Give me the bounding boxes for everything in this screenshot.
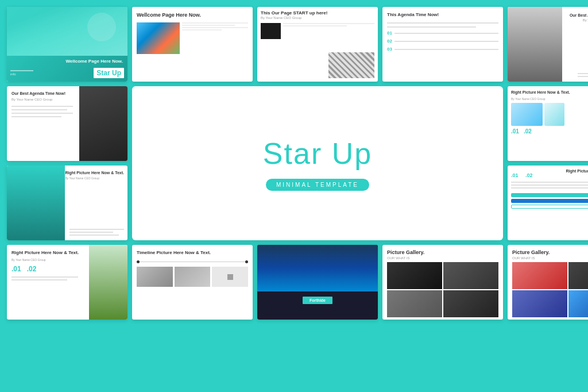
- slide-9[interactable]: .01 .02 Right Picture Here Now & Text.: [508, 166, 588, 240]
- slide-13[interactable]: Picture Gallery. OUR WHAT IS: [382, 245, 503, 320]
- slide13-title: Picture Gallery.: [387, 249, 498, 255]
- gallery2-photo-3: [512, 290, 567, 317]
- slide-4[interactable]: This Agenda Time Now! 01 02 03: [382, 7, 503, 82]
- slide-12[interactable]: Forthide: [257, 245, 378, 320]
- slide-5[interactable]: Our Best Agenda Time Now! By Your Name C…: [508, 7, 588, 82]
- slide9-num2: .02: [525, 172, 533, 178]
- slide-6[interactable]: Our Best Agenda Time Now! By Your Name C…: [7, 86, 127, 161]
- slide-11[interactable]: Timeline Picture Here Now & Text.: [132, 245, 253, 320]
- slide5-title: Our Best Agenda Time Now!: [570, 13, 588, 18]
- main-container: Wellcome Page Here Now. info Star Up Wel…: [0, 0, 588, 392]
- slide4-title: This Agenda Time Now!: [387, 11, 498, 18]
- slide-2[interactable]: Wellcome Page Here Now.: [132, 7, 253, 82]
- slide6-title: Our Best Agenda Time Now!: [11, 91, 123, 97]
- slide1-title: Wellcome Page Here Now.: [65, 59, 123, 64]
- gallery2-photo-2: [568, 262, 588, 289]
- slide-3[interactable]: This Our Page START up here! By Your Nam…: [257, 7, 378, 82]
- slide7-num1: .01: [511, 128, 519, 134]
- slide9-num1: .01: [511, 172, 519, 178]
- slide6-subtitle: By Your Name CEO Group: [11, 98, 123, 101]
- slide14-title: Picture Gallery.: [512, 249, 588, 255]
- slide10-num2: .02: [27, 265, 37, 273]
- gallery-photo-1: [387, 262, 442, 289]
- slide-14[interactable]: Picture Gallery. OUR WHAT IS: [508, 245, 588, 320]
- slide3-title: This Our Page START up here!: [261, 10, 374, 16]
- slide13-subtitle: OUR WHAT IS: [387, 256, 498, 260]
- slide9-title: Right Picture Here Now & Text.: [566, 169, 588, 179]
- slides-grid: Wellcome Page Here Now. info Star Up Wel…: [7, 7, 581, 385]
- slide2-title: Wellcome Page Here Now.: [137, 11, 248, 19]
- hero-title: Star Up: [263, 136, 372, 171]
- hero-subtitle: MINIMAL TEMPLATE: [266, 179, 369, 191]
- slide-8[interactable]: Right Picture Here Now & Text. By Your N…: [7, 166, 127, 240]
- slide8-title: Right Picture Here Now & Text.: [65, 170, 124, 175]
- gallery-photo-4: [443, 290, 498, 317]
- slide3-subtitle: By Your Name CEO Group: [261, 16, 374, 20]
- slide1-logo: Star Up: [94, 68, 124, 78]
- slide11-title: Timeline Picture Here Now & Text.: [137, 249, 248, 256]
- slide-1[interactable]: Wellcome Page Here Now. info Star Up: [7, 7, 127, 82]
- slide12-label: Forthide: [303, 297, 332, 304]
- slide14-subtitle: OUR WHAT IS: [512, 256, 588, 260]
- slide7-title: Right Picture Here Now & Text.: [511, 90, 588, 95]
- slide-10[interactable]: Right Picture Here Now & Text. By Your N…: [7, 245, 127, 320]
- gallery-photo-2: [443, 262, 498, 289]
- slide10-num1: .01: [11, 265, 21, 273]
- hero-center: Star Up MINIMAL TEMPLATE: [132, 86, 503, 240]
- gallery2-photo-1: [512, 262, 567, 289]
- slide7-subtitle: By Your Name CEO Group: [511, 97, 588, 101]
- gallery-photo-3: [387, 290, 442, 317]
- gallery2-photo-4: [568, 290, 588, 317]
- slide8-subtitle: By Your Name CEO Group: [65, 176, 124, 180]
- slide5-subtitle: By Your Name CEO Group: [570, 18, 588, 22]
- slide-7[interactable]: Right Picture Here Now & Text. By Your N…: [508, 86, 588, 161]
- slide7-num2: .02: [524, 128, 532, 134]
